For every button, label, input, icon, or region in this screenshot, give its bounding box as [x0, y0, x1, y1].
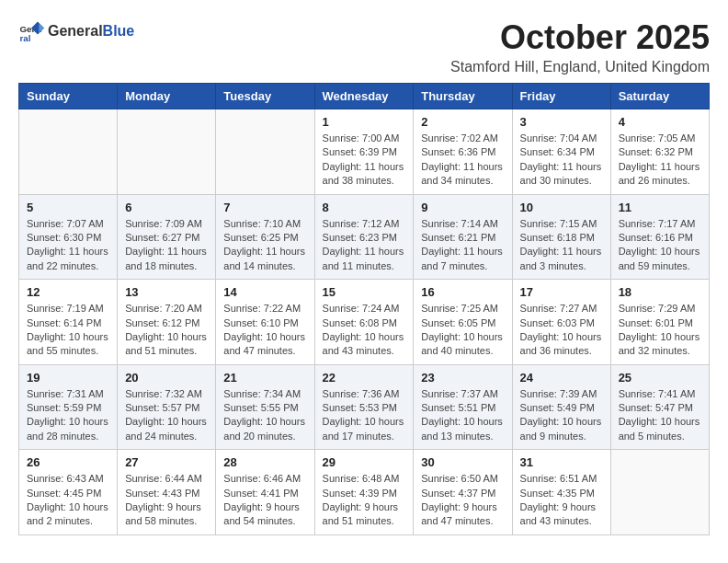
day-number: 22: [323, 371, 406, 385]
day-info: Sunrise: 6:51 AM Sunset: 4:35 PM Dayligh…: [520, 472, 603, 529]
day-info: Sunrise: 7:00 AM Sunset: 6:39 PM Dayligh…: [323, 132, 406, 189]
calendar-cell: 4Sunrise: 7:05 AM Sunset: 6:32 PM Daylig…: [610, 109, 709, 195]
calendar-cell: 27Sunrise: 6:44 AM Sunset: 4:43 PM Dayli…: [118, 450, 216, 535]
day-info: Sunrise: 6:44 AM Sunset: 4:43 PM Dayligh…: [125, 472, 208, 529]
day-number: 2: [421, 115, 504, 129]
calendar-week-row: 12Sunrise: 7:19 AM Sunset: 6:14 PM Dayli…: [19, 280, 710, 365]
day-number: 10: [520, 201, 603, 214]
day-number: 7: [223, 201, 306, 214]
day-of-week-header: Monday: [118, 84, 216, 109]
day-of-week-header: Saturday: [610, 84, 709, 109]
calendar-cell: 16Sunrise: 7:25 AM Sunset: 6:05 PM Dayli…: [414, 280, 512, 365]
day-number: 31: [520, 455, 603, 469]
calendar-cell: 11Sunrise: 7:17 AM Sunset: 6:16 PM Dayli…: [610, 194, 709, 280]
calendar-week-row: 5Sunrise: 7:07 AM Sunset: 6:30 PM Daylig…: [19, 194, 710, 280]
day-number: 23: [421, 371, 504, 385]
day-info: Sunrise: 7:25 AM Sunset: 6:05 PM Dayligh…: [421, 302, 504, 359]
calendar-cell: 18Sunrise: 7:29 AM Sunset: 6:01 PM Dayli…: [610, 280, 709, 365]
day-info: Sunrise: 7:19 AM Sunset: 6:14 PM Dayligh…: [27, 302, 109, 359]
day-info: Sunrise: 7:37 AM Sunset: 5:51 PM Dayligh…: [421, 387, 504, 444]
day-number: 21: [223, 371, 306, 385]
calendar-cell: 15Sunrise: 7:24 AM Sunset: 6:08 PM Dayli…: [314, 280, 414, 365]
day-info: Sunrise: 7:29 AM Sunset: 6:01 PM Dayligh…: [619, 302, 701, 359]
day-number: 12: [27, 285, 109, 299]
calendar-week-row: 26Sunrise: 6:43 AM Sunset: 4:45 PM Dayli…: [19, 450, 710, 535]
calendar-cell: 21Sunrise: 7:34 AM Sunset: 5:55 PM Dayli…: [216, 364, 314, 450]
day-info: Sunrise: 7:04 AM Sunset: 6:34 PM Dayligh…: [520, 132, 603, 189]
calendar-cell: 29Sunrise: 6:48 AM Sunset: 4:39 PM Dayli…: [314, 450, 414, 535]
calendar-cell: 14Sunrise: 7:22 AM Sunset: 6:10 PM Dayli…: [216, 280, 314, 365]
day-info: Sunrise: 6:48 AM Sunset: 4:39 PM Dayligh…: [323, 472, 406, 529]
day-info: Sunrise: 7:10 AM Sunset: 6:25 PM Dayligh…: [223, 217, 306, 274]
day-of-week-header: Sunday: [19, 84, 118, 109]
day-info: Sunrise: 7:12 AM Sunset: 6:23 PM Dayligh…: [323, 217, 406, 274]
day-number: 20: [125, 371, 208, 385]
day-number: 27: [125, 455, 208, 469]
day-info: Sunrise: 7:09 AM Sunset: 6:27 PM Dayligh…: [125, 217, 208, 274]
title-block: October 2025 Stamford Hill, England, Uni…: [450, 18, 710, 75]
calendar-cell: 12Sunrise: 7:19 AM Sunset: 6:14 PM Dayli…: [19, 280, 118, 365]
day-info: Sunrise: 7:05 AM Sunset: 6:32 PM Dayligh…: [619, 132, 701, 189]
day-info: Sunrise: 7:17 AM Sunset: 6:16 PM Dayligh…: [619, 217, 701, 274]
day-of-week-header: Tuesday: [216, 84, 314, 109]
day-number: 28: [223, 455, 306, 469]
day-number: 14: [223, 285, 306, 299]
day-number: 4: [619, 115, 701, 129]
day-info: Sunrise: 7:27 AM Sunset: 6:03 PM Dayligh…: [520, 302, 603, 359]
day-number: 6: [125, 201, 208, 214]
calendar-cell: 19Sunrise: 7:31 AM Sunset: 5:59 PM Dayli…: [19, 364, 118, 450]
day-number: 24: [520, 371, 603, 385]
day-number: 1: [323, 115, 406, 129]
calendar-cell: 6Sunrise: 7:09 AM Sunset: 6:27 PM Daylig…: [118, 194, 216, 280]
day-number: 3: [520, 115, 603, 129]
month-title: October 2025: [450, 18, 710, 57]
day-info: Sunrise: 7:31 AM Sunset: 5:59 PM Dayligh…: [27, 387, 109, 444]
calendar-cell: 7Sunrise: 7:10 AM Sunset: 6:25 PM Daylig…: [216, 194, 314, 280]
day-number: 18: [619, 285, 701, 299]
calendar-cell: 24Sunrise: 7:39 AM Sunset: 5:49 PM Dayli…: [512, 364, 610, 450]
calendar-header-row: SundayMondayTuesdayWednesdayThursdayFrid…: [19, 84, 710, 109]
calendar-cell: 20Sunrise: 7:32 AM Sunset: 5:57 PM Dayli…: [118, 364, 216, 450]
day-of-week-header: Wednesday: [314, 84, 414, 109]
page-header: Gene ral GeneralBlue October 2025 Stamfo…: [18, 18, 710, 75]
svg-text:ral: ral: [19, 33, 30, 43]
day-number: 25: [619, 371, 701, 385]
calendar-cell: 10Sunrise: 7:15 AM Sunset: 6:18 PM Dayli…: [512, 194, 610, 280]
day-number: 16: [421, 285, 504, 299]
calendar-cell: 5Sunrise: 7:07 AM Sunset: 6:30 PM Daylig…: [19, 194, 118, 280]
day-info: Sunrise: 6:43 AM Sunset: 4:45 PM Dayligh…: [27, 472, 109, 529]
logo: Gene ral GeneralBlue: [18, 18, 134, 44]
calendar-cell: [19, 109, 118, 195]
calendar-cell: 17Sunrise: 7:27 AM Sunset: 6:03 PM Dayli…: [512, 280, 610, 365]
day-number: 15: [323, 285, 406, 299]
calendar-cell: 9Sunrise: 7:14 AM Sunset: 6:21 PM Daylig…: [414, 194, 512, 280]
calendar-cell: 2Sunrise: 7:02 AM Sunset: 6:36 PM Daylig…: [414, 109, 512, 195]
day-info: Sunrise: 7:14 AM Sunset: 6:21 PM Dayligh…: [421, 217, 504, 274]
day-number: 29: [323, 455, 406, 469]
day-number: 13: [125, 285, 208, 299]
calendar-cell: 30Sunrise: 6:50 AM Sunset: 4:37 PM Dayli…: [414, 450, 512, 535]
day-info: Sunrise: 7:02 AM Sunset: 6:36 PM Dayligh…: [421, 132, 504, 189]
calendar-cell: 25Sunrise: 7:41 AM Sunset: 5:47 PM Dayli…: [610, 364, 709, 450]
calendar-cell: [216, 109, 314, 195]
day-of-week-header: Thursday: [414, 84, 512, 109]
calendar-cell: 1Sunrise: 7:00 AM Sunset: 6:39 PM Daylig…: [314, 109, 414, 195]
day-number: 19: [27, 371, 109, 385]
day-number: 5: [27, 201, 109, 214]
day-info: Sunrise: 7:36 AM Sunset: 5:53 PM Dayligh…: [323, 387, 406, 444]
calendar-cell: 13Sunrise: 7:20 AM Sunset: 6:12 PM Dayli…: [118, 280, 216, 365]
day-number: 26: [27, 455, 109, 469]
calendar-cell: 28Sunrise: 6:46 AM Sunset: 4:41 PM Dayli…: [216, 450, 314, 535]
day-info: Sunrise: 7:07 AM Sunset: 6:30 PM Dayligh…: [27, 217, 109, 274]
day-info: Sunrise: 7:15 AM Sunset: 6:18 PM Dayligh…: [520, 217, 603, 274]
day-number: 9: [421, 201, 504, 214]
day-number: 17: [520, 285, 603, 299]
calendar-cell: [118, 109, 216, 195]
logo-text: GeneralBlue: [48, 23, 134, 40]
calendar-cell: 3Sunrise: 7:04 AM Sunset: 6:34 PM Daylig…: [512, 109, 610, 195]
day-info: Sunrise: 7:22 AM Sunset: 6:10 PM Dayligh…: [223, 302, 306, 359]
day-of-week-header: Friday: [512, 84, 610, 109]
calendar-table: SundayMondayTuesdayWednesdayThursdayFrid…: [18, 83, 710, 535]
logo-icon: Gene ral: [18, 18, 44, 44]
day-info: Sunrise: 7:32 AM Sunset: 5:57 PM Dayligh…: [125, 387, 208, 444]
